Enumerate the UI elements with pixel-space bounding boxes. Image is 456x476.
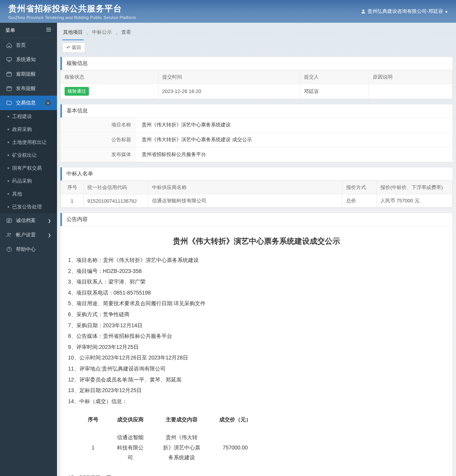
user-dropdown[interactable]: 贵州弘典建设咨询有限公司-邓廷容 [361, 8, 448, 15]
table-row: 1 91520100741113678J 信通达智能科技有限公司 总价 人民币 … [61, 194, 453, 208]
cell-time: 2023-12-26 16:20 [158, 84, 300, 99]
caret-down-icon [445, 9, 448, 14]
table-row: 发布媒体贵州省招标投标公共服务平台 [60, 147, 453, 162]
breadcrumb: 其他项目 › 中标公示 › 查看 [60, 23, 453, 40]
th-status: 核验状态 [61, 71, 158, 84]
crumb-3[interactable]: 查看 [120, 27, 132, 40]
svg-rect-2 [7, 72, 11, 76]
status-badge: 核验通过 [65, 87, 89, 96]
sidebar-item-overdue[interactable]: 逾期提醒 [0, 67, 57, 81]
home-icon [6, 42, 12, 48]
subitem-gov-procure[interactable]: 政府采购 [0, 123, 57, 136]
brand-subtitle: GuiZhou Province Tendering and Bidding P… [8, 15, 136, 20]
table-row: 项目名称贵州《伟大转折》演艺中心票务系统建设 [60, 118, 453, 132]
folder-icon [6, 100, 12, 106]
svg-point-0 [362, 9, 364, 11]
th-submitter: 提交人 [300, 71, 369, 84]
chevron-right-icon: ❯ [48, 219, 51, 223]
back-label: 返回 [72, 44, 81, 51]
subitem-published[interactable]: 已发公告处理 [0, 200, 57, 213]
notice-line: 11、评审地点:贵州弘典建设咨询有限公司 [68, 364, 445, 374]
sidebar-item-label: 逾期提醒 [16, 71, 36, 77]
sidebar-menu-label: 菜单 [5, 27, 15, 34]
cell-status: 核验通过 [61, 84, 158, 99]
sidebar-item-credit[interactable]: 诚信档案 ❯ [0, 213, 57, 228]
notice-line: 15、PPP项目：否 [68, 473, 445, 476]
deal-table: 序号 成交供应商 主要成交内容 成交价（元） 1 信通达智能科技有限公司 贵州《… [79, 411, 260, 466]
subitem-drug[interactable]: 药品采购 [0, 175, 57, 188]
winners-table: 序号 统一社会信用代码 中标供应商名称 报价方式 报价(中标价、下浮率或费率) … [60, 181, 453, 208]
panel-winners: 中标人名单 序号 统一社会信用代码 中标供应商名称 报价方式 报价(中标价、下浮… [60, 167, 453, 208]
svg-point-6 [10, 233, 11, 235]
sidebar-item-notice[interactable]: 系统通知 [0, 52, 57, 67]
list-icon [6, 218, 12, 224]
sidebar-item-label: 首页 [16, 42, 26, 49]
svg-rect-1 [7, 58, 11, 61]
subitem-construction[interactable]: 工程建设 [0, 110, 57, 123]
sidebar-item-publish[interactable]: 发布提醒 [0, 81, 57, 96]
panel-title-basic: 基本信息 [60, 104, 453, 118]
notice-line: 12、评审委员会成员名单:陈一平、黄琴、郑延嵩 [68, 375, 445, 385]
sidebar-item-label: 帐户设置 [16, 232, 36, 238]
subitem-mining[interactable]: 矿业权出让 [0, 149, 57, 162]
brand-title: 贵州省招标投标公共服务平台 [8, 3, 136, 14]
main-content: 其他项目 › 中标公示 › 查看 ↶ 返回 核验信息 核验状态 提交时间 提交人… [57, 23, 456, 476]
cell-submitter: 邓廷容 [300, 84, 369, 99]
notice-line: 8、公告媒体：贵州省招标投标公共服务平台 [68, 331, 445, 341]
subitem-state-asset[interactable]: 国有产权交易 [0, 162, 57, 175]
back-arrow-icon: ↶ [66, 45, 70, 50]
svg-point-5 [8, 233, 9, 235]
notice-body: 贵州《伟大转折》演艺中心票务系统建设成交公示 1、项目名称：贵州《伟大转折》演艺… [60, 226, 453, 476]
sidebar-item-home[interactable]: 首页 [0, 38, 57, 52]
notice-line: 14、中标（成交）信息： [68, 396, 445, 407]
panel-title-verify: 核验信息 [60, 57, 453, 70]
crumb-1[interactable]: 其他项目 [62, 27, 84, 40]
calendar-icon [6, 71, 12, 77]
chevron-down-icon: ▾ [45, 100, 51, 106]
panel-basic: 基本信息 项目名称贵州《伟大转折》演艺中心票务系统建设 公告标题贵州《伟大转折》… [60, 104, 453, 162]
sidebar-item-label: 发布提醒 [16, 85, 36, 92]
panel-verify: 核验信息 核验状态 提交时间 提交人 原因说明 核验通过 2023-12-26 … [60, 57, 453, 99]
sidebar-item-label: 诚信档案 [16, 217, 36, 224]
notice-line: 13、定标日期:2023年12月25日 [68, 385, 445, 396]
panel-title-winners: 中标人名单 [60, 167, 453, 181]
sidebar-item-account[interactable]: 帐户设置 ❯ [0, 228, 57, 242]
th-reason: 原因说明 [369, 71, 452, 84]
brand: 贵州省招标投标公共服务平台 GuiZhou Province Tendering… [8, 3, 136, 20]
breadcrumb-sep: › [116, 31, 117, 36]
subitem-land[interactable]: 土地使用权出让 [0, 136, 57, 149]
sidebar-item-trade[interactable]: 交易信息 ▾ [0, 96, 57, 110]
notice-line: 4、项目联系电话：0851-85755198 [68, 288, 445, 298]
sidebar-item-help[interactable]: 帮助中心 [0, 242, 57, 257]
subitem-other[interactable]: 其他 [0, 188, 57, 200]
notice-line: 2、项目编号：HDZB-2023-358 [68, 266, 445, 276]
notice-line: 7、采购日期：2023年12月14日 [68, 320, 445, 331]
sidebar-item-label: 帮助中心 [16, 246, 36, 253]
user-icon [361, 9, 366, 14]
panel-title-content: 公告内容 [60, 213, 453, 226]
monitor-icon [6, 57, 12, 63]
user-name: 贵州弘典建设咨询有限公司-邓廷容 [367, 8, 443, 15]
sidebar-item-label: 系统通知 [16, 56, 36, 63]
sidebar: 菜单 首页 系统通知 逾期提醒 发布提醒 交易信息 ▾ 工程建设 [0, 23, 57, 476]
toolbar: ↶ 返回 [60, 40, 453, 57]
users-icon [6, 232, 12, 238]
back-button[interactable]: ↶ 返回 [62, 43, 85, 53]
th-time: 提交时间 [158, 71, 300, 84]
sidebar-submenu-trade: 工程建设 政府采购 土地使用权出让 矿业权出让 国有产权交易 药品采购 其他 已… [0, 110, 57, 213]
chevron-right-icon: ❯ [48, 233, 51, 237]
notice-line: 1、项目名称：贵州《伟大转折》演艺中心票务系统建设 [68, 255, 445, 265]
table-row: 公告标题贵州《伟大转折》演艺中心票务系统建设 成交公示 [60, 132, 453, 147]
basic-table: 项目名称贵州《伟大转折》演艺中心票务系统建设 公告标题贵州《伟大转折》演艺中心票… [60, 118, 453, 162]
notice-line: 5、项目用途、简要技术要求及合同履行日期:详见采购文件 [68, 298, 445, 309]
sidebar-item-label: 交易信息 [16, 99, 36, 106]
notice-line: 10、公示时间:2023年12月26日至 2023年12月28日 [68, 353, 445, 363]
panel-content: 公告内容 贵州《伟大转折》演艺中心票务系统建设成交公示 1、项目名称：贵州《伟大… [60, 213, 453, 476]
sidebar-header: 菜单 [0, 23, 57, 38]
breadcrumb-sep: › [87, 31, 88, 36]
notice-title: 贵州《伟大转折》演艺中心票务系统建设成交公示 [68, 234, 445, 248]
cell-reason [369, 84, 452, 99]
hamburger-icon[interactable] [46, 27, 52, 34]
crumb-2[interactable]: 中标公示 [91, 27, 112, 40]
notice-line: 6、采购方式：竞争性磋商 [68, 309, 445, 320]
